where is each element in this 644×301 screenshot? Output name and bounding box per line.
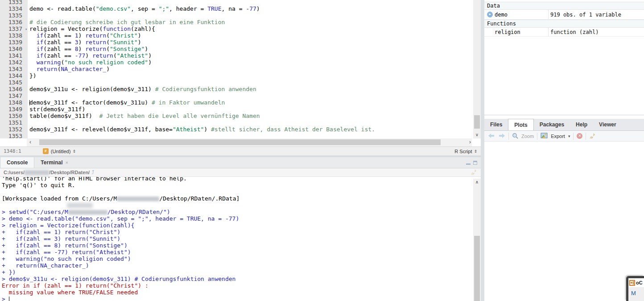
code-line[interactable]: 1346demo$v_311u <- religion(demo$v_311) …: [0, 86, 473, 92]
code-line[interactable]: 1333: [0, 0, 473, 5]
line-number: 1343: [0, 66, 28, 72]
code-line[interactable]: 1347: [0, 92, 473, 99]
scrollbar-thumb[interactable]: [39, 139, 441, 145]
working-directory-suffix: /Desktop/RDaten/: [49, 170, 90, 175]
files-plots-pane: FilesPlotsPackagesHelpViewer Zoom Export: [484, 119, 644, 301]
scroll-up-icon[interactable]: ∧: [473, 180, 481, 185]
tab-plots[interactable]: Plots: [508, 119, 533, 130]
env-row[interactable]: religionfunction (zahl): [484, 28, 644, 37]
code-line[interactable]: 1344}): [0, 72, 473, 79]
minimize-pane-icon[interactable]: [466, 163, 471, 165]
code-line[interactable]: 1343 return(NA_character_): [0, 66, 473, 72]
code-text: return(NA_character_): [28, 66, 110, 72]
code-line[interactable]: 1349str(demo$v_311f): [0, 106, 473, 113]
export-plot-label[interactable]: Export: [551, 134, 565, 139]
tab-console[interactable]: Console: [0, 157, 34, 168]
code-line[interactable]: 1351: [0, 119, 473, 126]
clear-console-icon[interactable]: [471, 169, 477, 176]
env-object-name: religion: [495, 29, 520, 35]
maximize-pane-icon[interactable]: [473, 161, 477, 165]
fold-arrow-icon[interactable]: ▾: [25, 26, 27, 33]
line-number: 1342: [0, 59, 28, 66]
console-line: + }): [2, 269, 472, 276]
editor-horizontal-scrollbar[interactable]: ‹ ›: [27, 138, 472, 146]
working-directory-prefix: C:/users/: [4, 170, 25, 175]
redaction-smudge: [67, 203, 93, 208]
document-outline-selector[interactable]: (Untitled): [51, 149, 71, 154]
scrollbar-thumb[interactable]: [474, 115, 480, 129]
code-line[interactable]: 1348demo$v_311f <- factor(demo$v_311u) #…: [0, 99, 473, 106]
env-section-header[interactable]: Functions: [484, 20, 644, 28]
console-output[interactable]: 'help.start()' for an HTML browser inter…: [0, 177, 472, 301]
scroll-left-icon[interactable]: ‹: [29, 139, 31, 145]
ocam-app-icon: [629, 280, 635, 286]
code-text: }): [28, 72, 37, 79]
zoom-plot-label[interactable]: Zoom: [521, 134, 534, 139]
code-line[interactable]: 1345: [0, 79, 473, 86]
editor-status-bar: 1348:1 # (Untitled) ⇕ R Script ⇕: [0, 146, 481, 155]
line-number: 1351: [0, 119, 28, 126]
tab-help[interactable]: Help: [570, 119, 593, 130]
code-text: if(zahl == 1) return("Christ"): [28, 32, 141, 39]
console-line: + if(zahl == -77) return("Atheist"): [2, 249, 472, 255]
line-number: 1333: [0, 0, 28, 5]
code-line[interactable]: 1338 if(zahl == 1) return("Christ"): [0, 32, 473, 39]
code-line[interactable]: 1339 if(zahl == 3) return("Sunnit"): [0, 39, 473, 46]
zoom-plot-icon[interactable]: [512, 133, 518, 140]
rstudio-window: 13331334demo <- read.table("demo.csv", s…: [0, 0, 644, 301]
code-line[interactable]: 1334demo <- read.table("demo.csv", sep =…: [0, 5, 473, 12]
remove-plot-icon[interactable]: ✕: [577, 133, 582, 139]
line-number: 1345: [0, 79, 28, 86]
tab-viewer[interactable]: Viewer: [593, 119, 622, 130]
plot-forward-icon[interactable]: [498, 133, 505, 139]
tab-terminal[interactable]: Terminal×: [34, 157, 74, 168]
console-vertical-scrollbar[interactable]: ∧: [473, 179, 481, 301]
line-number: 1348: [0, 99, 28, 106]
scroll-right-icon[interactable]: ›: [469, 139, 471, 145]
editor-code-region[interactable]: 13331334demo <- read.table("demo.csv", s…: [0, 0, 473, 138]
code-line[interactable]: 1350table(demo$v_311f) # Jetzt haben die…: [0, 113, 473, 119]
chevron-down-icon[interactable]: ▾: [568, 134, 570, 138]
expand-object-icon[interactable]: ▶: [487, 12, 493, 17]
code-line[interactable]: 1336# die Codierung schreibe ich gut les…: [0, 19, 473, 25]
code-text: [28, 92, 29, 99]
env-object-value: 919 obs. of 1 variable: [548, 10, 644, 19]
toolbar-separator: [586, 133, 586, 140]
tab-label: Console: [7, 159, 28, 166]
plots-toolbar: Zoom Export ▾ ✕: [484, 131, 644, 142]
code-line[interactable]: 1353: [0, 133, 473, 138]
console-line: + warning("no such religion coded"): [2, 255, 472, 262]
code-line[interactable]: 1337▾religion = Vectorize(function(zahl)…: [0, 25, 473, 32]
export-plot-icon[interactable]: [541, 133, 548, 139]
code-line[interactable]: 1341 if(zahl == -77) return("Atheist"): [0, 52, 473, 59]
document-type-selector[interactable]: R Script: [454, 149, 472, 154]
line-number: 1339: [0, 39, 28, 46]
env-row[interactable]: ▶demo919 obs. of 1 variable: [484, 10, 644, 20]
env-section-header[interactable]: Data: [484, 2, 644, 10]
toolbar-separator: [508, 133, 509, 140]
clear-all-plots-icon[interactable]: [589, 133, 596, 140]
code-text: demo <- read.table("demo.csv", sep = ";"…: [28, 5, 260, 12]
scroll-down-icon[interactable]: ∨: [473, 132, 481, 138]
console-line: [Workspace loaded from C:/Users/M/Deskto…: [2, 195, 472, 202]
ocam-body-text: M: [631, 290, 636, 297]
code-line[interactable]: 1352demo$v_311f <- relevel(demo$v_311f, …: [0, 126, 473, 133]
ocam-overlay-window[interactable]: oC M: [626, 276, 644, 301]
tab-files[interactable]: Files: [484, 119, 508, 130]
scrollbar-thumb[interactable]: [474, 236, 480, 301]
code-text: religion = Vectorize(function(zahl){: [28, 25, 155, 32]
editor-vertical-scrollbar[interactable]: ∨: [473, 0, 481, 138]
code-line[interactable]: 1342 warning("no such religion coded"): [0, 59, 473, 66]
plot-back-icon[interactable]: [488, 133, 495, 139]
goto-directory-icon[interactable]: ⤴: [91, 169, 94, 176]
ocam-title-bar[interactable]: oC: [628, 278, 644, 287]
tab-packages[interactable]: Packages: [534, 119, 570, 130]
column-divider[interactable]: [481, 0, 484, 301]
line-number: 1335: [0, 12, 28, 19]
redacted-username: [25, 170, 49, 175]
code-line[interactable]: 1335: [0, 12, 473, 19]
toolbar-separator: [573, 133, 574, 140]
close-icon[interactable]: ×: [65, 160, 68, 165]
code-line[interactable]: 1340 if(zahl == 8) return("Sonstige"): [0, 46, 473, 52]
code-text: if(zahl == -77) return("Atheist"): [28, 52, 152, 59]
